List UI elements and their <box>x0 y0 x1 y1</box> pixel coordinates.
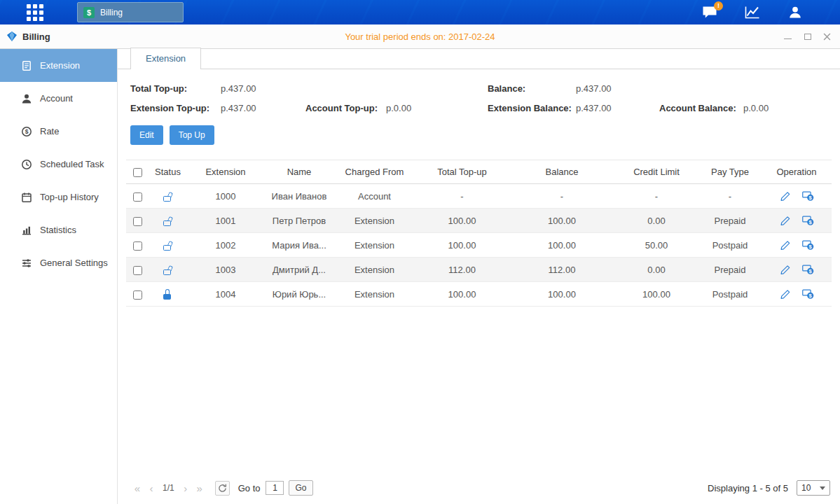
sidebar-item-extension[interactable]: Extension <box>0 49 117 82</box>
table-header-row: Status Extension Name Charged From Total… <box>126 160 832 184</box>
cell-name: Петр Петров <box>264 209 334 233</box>
sidebar-item-label: Scheduled Task <box>40 159 104 169</box>
row-checkbox[interactable] <box>133 192 142 202</box>
sidebar-item-general-settings[interactable]: General Settings <box>0 246 117 279</box>
sliders-icon <box>21 258 32 269</box>
cell-balance: 112.00 <box>509 258 614 282</box>
window-title-bar: Billing Your trial period ends on: 2017-… <box>0 24 840 49</box>
topup-icon[interactable]: $ <box>802 239 814 251</box>
col-name: Name <box>264 160 334 184</box>
page-size-select[interactable]: 10 <box>797 480 830 496</box>
notifications-icon[interactable]: ! <box>701 6 718 20</box>
cell-balance: 100.00 <box>509 209 614 233</box>
maximize-icon[interactable] <box>803 32 812 41</box>
first-page-icon[interactable]: « <box>130 482 144 494</box>
status-lock-icon[interactable] <box>163 216 173 226</box>
next-page-icon[interactable]: › <box>179 482 193 494</box>
displaying-text: Displaying 1 - 5 of 5 <box>708 483 788 493</box>
prev-page-icon[interactable]: ‹ <box>144 482 158 494</box>
goto-page-input[interactable] <box>266 481 284 495</box>
col-status: Status <box>149 160 187 184</box>
edit-icon[interactable] <box>780 239 792 251</box>
calendar-icon <box>21 192 32 203</box>
close-icon[interactable] <box>822 32 832 41</box>
tab-extension[interactable]: Extension <box>130 48 201 69</box>
sidebar-item-statistics[interactable]: Statistics <box>0 214 117 246</box>
topup-icon[interactable]: $ <box>802 190 814 202</box>
sidebar-item-label: Statistics <box>40 225 76 235</box>
stats-icon <box>21 225 32 236</box>
last-page-icon[interactable]: » <box>193 482 207 494</box>
edit-button[interactable]: Edit <box>130 125 163 145</box>
topup-icon[interactable]: $ <box>802 288 814 300</box>
summary-value: p.0.00 <box>743 103 832 113</box>
billing-app-icon: $ <box>83 7 95 18</box>
status-lock-icon[interactable] <box>163 191 173 202</box>
col-credit-limit: Credit Limit <box>614 160 698 184</box>
cell-credit-limit: 50.00 <box>614 233 698 258</box>
page-size-value: 10 <box>801 483 811 493</box>
taskbar-item-billing[interactable]: $ Billing <box>77 2 184 22</box>
sidebar-item-account[interactable]: Account <box>0 82 117 115</box>
tab-strip: Extension <box>118 49 840 69</box>
chevron-down-icon <box>820 486 825 490</box>
edit-icon[interactable] <box>780 264 792 275</box>
sidebar-item-label: Top-up History <box>40 192 99 202</box>
sidebar: Extension Account $ Rate Scheduled Task <box>0 49 118 504</box>
svg-text:$: $ <box>25 128 29 135</box>
refresh-button[interactable] <box>215 481 230 496</box>
row-checkbox[interactable] <box>133 266 142 275</box>
topup-icon[interactable]: $ <box>802 264 814 275</box>
cell-name: Юрий Юрь... <box>264 282 334 307</box>
user-icon[interactable] <box>787 6 804 20</box>
status-lock-icon[interactable] <box>163 289 173 300</box>
summary-value: p.437.00 <box>221 83 488 94</box>
goto-label: Go to <box>238 483 261 493</box>
cell-total-topup: 100.00 <box>415 282 509 307</box>
select-all-checkbox[interactable] <box>133 168 142 177</box>
top-up-button[interactable]: Top Up <box>170 125 214 145</box>
cell-total-topup: 112.00 <box>415 258 509 282</box>
sidebar-item-rate[interactable]: $ Rate <box>0 115 117 148</box>
col-balance: Balance <box>509 160 614 184</box>
row-checkbox[interactable] <box>133 217 142 226</box>
summary-label: Extension Top-up: <box>130 103 221 113</box>
cell-credit-limit: - <box>614 184 698 209</box>
col-total-topup: Total Top-up <box>415 160 509 184</box>
cell-name: Дмитрий Д... <box>264 258 334 282</box>
edit-icon[interactable] <box>780 288 792 300</box>
apps-grid-icon[interactable] <box>27 4 43 21</box>
cell-extension: 1001 <box>187 209 264 233</box>
sidebar-item-topup-history[interactable]: Top-up History <box>0 181 117 214</box>
taskbar-item-label: Billing <box>100 8 123 18</box>
table-row: 1001 Петр Петров Extension 100.00 100.00… <box>126 209 832 233</box>
summary-label: Account Balance: <box>659 103 743 113</box>
cell-extension: 1000 <box>187 184 264 209</box>
status-lock-icon[interactable] <box>163 240 173 251</box>
row-checkbox[interactable] <box>133 241 142 251</box>
edit-icon[interactable] <box>780 215 792 226</box>
sidebar-item-scheduled-task[interactable]: Scheduled Task <box>0 148 117 181</box>
rate-icon: $ <box>21 126 32 137</box>
minimize-icon[interactable] <box>783 32 792 41</box>
account-icon <box>21 93 32 104</box>
edit-icon[interactable] <box>780 190 792 202</box>
cell-charged-from: Account <box>334 184 415 209</box>
status-lock-icon[interactable] <box>163 265 173 275</box>
topup-icon[interactable]: $ <box>802 215 814 226</box>
cell-pay-type: Prepaid <box>698 258 762 282</box>
table-row: 1004 Юрий Юрь... Extension 100.00 100.00… <box>126 282 832 307</box>
summary-value: p.437.00 <box>576 83 832 94</box>
go-button[interactable]: Go <box>289 480 312 496</box>
cell-extension: 1002 <box>187 233 264 258</box>
refresh-icon <box>218 484 227 493</box>
col-pay-type: Pay Type <box>698 160 762 184</box>
pagination-bar: « ‹ 1/1 › » Go to Go Displaying 1 - 5 of… <box>126 480 832 504</box>
cell-charged-from: Extension <box>334 282 415 307</box>
cell-balance: - <box>509 184 614 209</box>
row-checkbox[interactable] <box>133 290 142 300</box>
table-row: 1000 Иван Иванов Account - - - - $ <box>126 184 832 209</box>
reports-icon[interactable] <box>744 6 761 20</box>
window-title: Billing <box>22 31 50 42</box>
cell-extension: 1003 <box>187 258 264 282</box>
